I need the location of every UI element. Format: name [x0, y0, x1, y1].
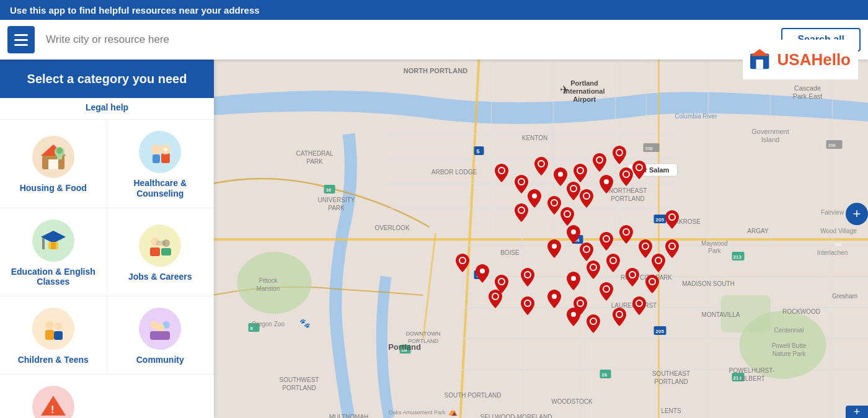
svg-text:SOUTHEAST: SOUTHEAST	[652, 370, 690, 377]
map-pin[interactable]	[567, 225, 580, 246]
category-emergency[interactable]: ! Emergency Services	[0, 375, 107, 418]
housing-food-label: Housing & Food	[20, 183, 87, 193]
community-icon	[139, 308, 181, 350]
svg-text:Park: Park	[708, 247, 722, 254]
svg-rect-7	[57, 153, 62, 159]
category-children[interactable]: Children & Teens	[0, 296, 107, 375]
svg-text:UNIVERSITY: UNIVERSITY	[317, 197, 355, 203]
map-pin[interactable]	[567, 308, 580, 329]
svg-point-166	[596, 157, 603, 163]
svg-text:PORTLAND: PORTLAND	[282, 385, 316, 391]
svg-point-160	[518, 207, 525, 213]
svg-text:CATHEDRAL: CATHEDRAL	[296, 150, 334, 157]
category-healthcare[interactable]: Healthcare & Counseling	[107, 120, 215, 208]
map-pin[interactable]	[476, 264, 489, 285]
svg-point-168	[636, 164, 642, 171]
map-pin[interactable]	[547, 196, 561, 217]
map-pin[interactable]	[515, 175, 528, 196]
map-pin[interactable]	[665, 239, 679, 260]
sidebar: Select a category you need Legal help	[0, 60, 214, 418]
map-pin[interactable]	[547, 290, 561, 311]
map-pin[interactable]	[645, 275, 659, 296]
map-pin[interactable]	[626, 268, 639, 289]
svg-text:26: 26	[602, 372, 608, 378]
map-pin[interactable]	[619, 225, 633, 246]
hamburger-button[interactable]	[7, 26, 35, 53]
svg-rect-29	[45, 330, 54, 340]
svg-text:PORTLAND: PORTLAND	[611, 195, 644, 202]
svg-point-153	[498, 167, 505, 174]
svg-text:Powell Butte: Powell Butte	[772, 342, 807, 349]
map-pin[interactable]	[554, 167, 567, 189]
legal-help-label: Legal help	[86, 102, 128, 112]
map-pin[interactable]	[534, 157, 548, 178]
svg-text:30B: 30B	[828, 143, 836, 148]
map-pin[interactable]	[600, 175, 613, 196]
map-area[interactable]: 5 5 84 205 205 30 8 30B 30B 308	[214, 60, 868, 418]
map-pin[interactable]	[593, 153, 606, 174]
map-pin[interactable]	[574, 164, 587, 185]
category-community[interactable]: Community	[107, 296, 215, 375]
svg-point-8	[56, 148, 63, 154]
map-pin[interactable]	[515, 203, 528, 225]
svg-point-35	[156, 323, 164, 332]
zoom-plus-button[interactable]: +	[846, 203, 868, 225]
category-housing-food[interactable]: Housing & Food	[0, 120, 107, 208]
legal-help-item[interactable]: Legal help	[0, 98, 214, 120]
map-pin[interactable]	[547, 239, 561, 260]
svg-text:Centennial: Centennial	[774, 327, 804, 334]
svg-text:Interlachen: Interlachen	[817, 249, 848, 256]
svg-point-184	[551, 293, 557, 300]
education-label: Education & English Classes	[7, 267, 99, 288]
map-pin[interactable]	[567, 272, 580, 293]
map-pin[interactable]	[619, 167, 633, 189]
zoom-minus-button[interactable]: +	[846, 406, 868, 418]
map-pin[interactable]	[521, 268, 534, 289]
map-pin[interactable]	[495, 164, 508, 185]
svg-point-191	[570, 311, 577, 318]
svg-text:Wood Village: Wood Village	[820, 228, 857, 234]
map-pin[interactable]	[528, 189, 541, 210]
category-jobs[interactable]: Jobs & Careers	[107, 208, 215, 297]
svg-point-185	[577, 300, 583, 306]
search-input[interactable]	[41, 29, 775, 51]
map-pin[interactable]	[587, 260, 600, 282]
svg-text:NORTH PORTLAND: NORTH PORTLAND	[404, 67, 467, 74]
svg-rect-25	[161, 248, 171, 256]
map-pin[interactable]	[580, 189, 593, 210]
map-pin[interactable]	[606, 254, 620, 275]
top-banner: Use this app to find helpful resources n…	[0, 0, 868, 20]
map-pin[interactable]	[613, 146, 626, 167]
svg-text:Island: Island	[761, 136, 779, 143]
svg-text:LENTS: LENTS	[661, 407, 681, 414]
svg-rect-26	[156, 241, 165, 246]
svg-text:SOUTHWEST: SOUTHWEST	[280, 376, 319, 383]
map-pin[interactable]	[665, 210, 679, 231]
svg-point-176	[590, 264, 596, 270]
svg-point-167	[616, 149, 622, 156]
map-pin[interactable]	[600, 282, 613, 303]
svg-text:5: 5	[477, 148, 480, 154]
svg-text:!: !	[51, 404, 54, 415]
svg-text:Gresham: Gresham	[832, 293, 857, 300]
map-pin[interactable]	[613, 308, 626, 329]
hamburger-line	[14, 44, 28, 46]
svg-text:30: 30	[326, 187, 332, 193]
logo-usa: USA	[777, 50, 812, 69]
map-pin[interactable]	[489, 290, 502, 311]
svg-point-180	[479, 268, 485, 274]
svg-text:⛺: ⛺	[448, 407, 458, 416]
map-pin[interactable]	[639, 239, 652, 260]
svg-point-195	[669, 214, 675, 220]
banner-text: Use this app to find helpful resources n…	[10, 5, 260, 16]
map-pin[interactable]	[587, 314, 600, 336]
map-pin[interactable]	[600, 232, 613, 253]
svg-rect-2	[756, 60, 763, 69]
map-pin[interactable]	[652, 254, 665, 275]
map-pin[interactable]	[521, 296, 534, 318]
main-content: Select a category you need Legal help	[0, 60, 868, 418]
category-education[interactable]: Education & English Classes	[0, 208, 107, 297]
map-pin[interactable]	[632, 161, 646, 182]
map-pin[interactable]	[632, 296, 646, 318]
map-pin[interactable]	[456, 254, 469, 275]
